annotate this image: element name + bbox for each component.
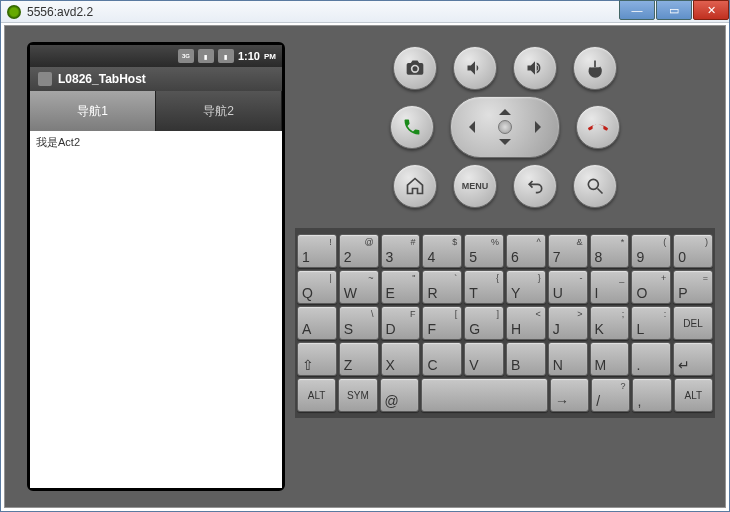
key-x[interactable]: X	[381, 342, 421, 376]
key-a[interactable]: A	[297, 306, 337, 340]
key-2[interactable]: 2@	[339, 234, 379, 268]
emulator-body: 3G ▮ ▮ 1:10 PM L0826_TabHost 导航1 导航2 我是A…	[4, 25, 726, 508]
dpad-left[interactable]	[463, 121, 475, 133]
close-button[interactable]: ✕	[693, 0, 729, 20]
key-arrow[interactable]: →	[550, 378, 589, 412]
key-r[interactable]: R`	[422, 270, 462, 304]
control-panel: MENU 1!2@3#4$5%6^7&8*9(0) Q|W~E"R`T{Y}U-…	[285, 26, 725, 507]
status-time: 1:10	[238, 50, 260, 62]
app-titlebar: L0826_TabHost	[30, 67, 282, 91]
key-v[interactable]: V	[464, 342, 504, 376]
volume-up-button[interactable]	[513, 46, 557, 90]
key-del[interactable]: DEL	[673, 306, 713, 340]
key-5[interactable]: 5%	[464, 234, 504, 268]
key-0[interactable]: 0)	[673, 234, 713, 268]
key-c[interactable]: C	[422, 342, 462, 376]
dpad[interactable]	[450, 96, 560, 158]
dpad-center[interactable]	[498, 120, 512, 134]
key-/[interactable]: /?	[591, 378, 630, 412]
key-@[interactable]: @	[380, 378, 419, 412]
key-row-5: ALTSYM@→/?,ALT	[297, 378, 713, 412]
key-row-3: AS\DFF[G]H<J>K;L:DEL	[297, 306, 713, 340]
camera-button[interactable]	[393, 46, 437, 90]
key-shift[interactable]: ⇧	[297, 342, 337, 376]
key-j[interactable]: J>	[548, 306, 588, 340]
battery-icon: ▮	[218, 49, 234, 63]
content-text: 我是Act2	[36, 136, 80, 148]
svg-point-0	[588, 179, 598, 189]
key-enter[interactable]: ↵	[673, 342, 713, 376]
tab-nav1[interactable]: 导航1	[30, 91, 156, 131]
key-k[interactable]: K;	[590, 306, 630, 340]
maximize-button[interactable]: ▭	[656, 0, 692, 20]
call-button[interactable]	[390, 105, 434, 149]
key-space[interactable]	[421, 378, 548, 412]
phone-statusbar: 3G ▮ ▮ 1:10 PM	[30, 45, 282, 67]
app-title: L0826_TabHost	[58, 72, 146, 86]
key-w[interactable]: W~	[339, 270, 379, 304]
key-t[interactable]: T{	[464, 270, 504, 304]
key-row-4: ⇧ZXCVBNM.↵	[297, 342, 713, 376]
key-6[interactable]: 6^	[506, 234, 546, 268]
dpad-right[interactable]	[535, 121, 547, 133]
keyboard: 1!2@3#4$5%6^7&8*9(0) Q|W~E"R`T{Y}U-I_O+P…	[295, 228, 715, 418]
key-3[interactable]: 3#	[381, 234, 421, 268]
tab-row: 导航1 导航2	[30, 91, 282, 131]
key-o[interactable]: O+	[631, 270, 671, 304]
key-d[interactable]: DF	[381, 306, 421, 340]
key-b[interactable]: B	[506, 342, 546, 376]
window-titlebar: 5556:avd2.2 — ▭ ✕	[1, 1, 729, 23]
app-title-icon	[38, 72, 52, 86]
key-i[interactable]: I_	[590, 270, 630, 304]
key-,[interactable]: ,	[632, 378, 671, 412]
signal-icon: ▮	[198, 49, 214, 63]
key-y[interactable]: Y}	[506, 270, 546, 304]
key-p[interactable]: P=	[673, 270, 713, 304]
key-row-1: 1!2@3#4$5%6^7&8*9(0)	[297, 234, 713, 268]
key-u[interactable]: U-	[548, 270, 588, 304]
key-s[interactable]: S\	[339, 306, 379, 340]
phone-frame: 3G ▮ ▮ 1:10 PM L0826_TabHost 导航1 导航2 我是A…	[27, 42, 285, 491]
key-n[interactable]: N	[548, 342, 588, 376]
key-alt-left[interactable]: ALT	[297, 378, 336, 412]
key-8[interactable]: 8*	[590, 234, 630, 268]
search-button[interactable]	[573, 164, 617, 208]
tab-nav2[interactable]: 导航2	[156, 91, 282, 131]
key-f[interactable]: F[	[422, 306, 462, 340]
key-g[interactable]: G]	[464, 306, 504, 340]
dpad-down[interactable]	[499, 139, 511, 151]
key-h[interactable]: H<	[506, 306, 546, 340]
3g-icon: 3G	[178, 49, 194, 63]
app-icon	[7, 5, 21, 19]
dpad-up[interactable]	[499, 103, 511, 115]
key-z[interactable]: Z	[339, 342, 379, 376]
home-button[interactable]	[393, 164, 437, 208]
key-4[interactable]: 4$	[422, 234, 462, 268]
phone-content: 我是Act2	[30, 131, 282, 488]
minimize-button[interactable]: —	[619, 0, 655, 20]
emulator-window: 5556:avd2.2 — ▭ ✕ 3G ▮ ▮ 1:10 PM L0826_T…	[0, 0, 730, 512]
back-button[interactable]	[513, 164, 557, 208]
key-alt-right[interactable]: ALT	[674, 378, 713, 412]
status-ampm: PM	[264, 52, 276, 61]
power-button[interactable]	[573, 46, 617, 90]
end-call-button[interactable]	[576, 105, 620, 149]
control-buttons: MENU	[295, 46, 715, 208]
key-l[interactable]: L:	[631, 306, 671, 340]
key-e[interactable]: E"	[381, 270, 421, 304]
key-sym[interactable]: SYM	[338, 378, 377, 412]
key-m[interactable]: M	[590, 342, 630, 376]
key-row-2: Q|W~E"R`T{Y}U-I_O+P=	[297, 270, 713, 304]
volume-down-button[interactable]	[453, 46, 497, 90]
window-title: 5556:avd2.2	[27, 5, 93, 19]
menu-button[interactable]: MENU	[453, 164, 497, 208]
key-q[interactable]: Q|	[297, 270, 337, 304]
key-9[interactable]: 9(	[631, 234, 671, 268]
key-.[interactable]: .	[631, 342, 671, 376]
svg-line-1	[598, 189, 603, 194]
key-7[interactable]: 7&	[548, 234, 588, 268]
key-1[interactable]: 1!	[297, 234, 337, 268]
